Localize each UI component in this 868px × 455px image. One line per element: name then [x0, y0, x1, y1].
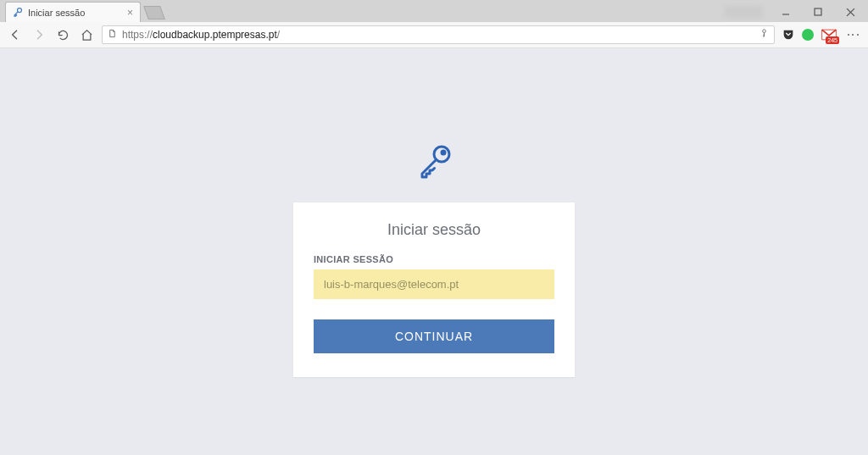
svg-point-5 — [763, 30, 766, 33]
user-label-blurred — [725, 6, 763, 18]
home-button[interactable] — [78, 29, 95, 42]
window-maximize-button[interactable] — [802, 2, 834, 22]
svg-rect-2 — [815, 8, 821, 15]
gmail-icon[interactable]: 245 — [821, 28, 837, 42]
browser-tab[interactable]: Iniciar sessão × — [5, 2, 141, 22]
tab-close-button[interactable]: × — [127, 7, 133, 19]
window-minimize-button[interactable] — [770, 2, 802, 22]
url-path: / — [277, 29, 280, 41]
pocket-icon[interactable] — [782, 28, 795, 42]
login-heading: Iniciar sessão — [314, 221, 554, 239]
browser-menu-button[interactable]: ⋮ — [844, 28, 861, 42]
green-dot-icon[interactable] — [802, 29, 814, 41]
new-tab-button[interactable] — [143, 6, 165, 19]
reload-button[interactable] — [54, 29, 71, 42]
tab-bar: Iniciar sessão × — [0, 0, 868, 22]
extension-icons: 245 ⋮ — [782, 28, 861, 42]
mail-badge: 245 — [826, 36, 839, 44]
browser-chrome: Iniciar sessão × — [0, 0, 868, 48]
login-email-input[interactable] — [314, 269, 554, 299]
secure-key-icon — [760, 27, 769, 42]
key-favicon-icon — [13, 7, 23, 19]
address-bar: https://cloudbackup.ptempresas.pt/ 245 ⋮ — [0, 22, 868, 47]
tab-title: Iniciar sessão — [28, 8, 122, 18]
url-protocol: https:// — [122, 29, 153, 41]
login-field-label: INICIAR SESSÃO — [314, 254, 554, 264]
window-close-button[interactable] — [834, 2, 866, 22]
page-content: Iniciar sessão INICIAR SESSÃO CONTINUAR — [0, 48, 868, 455]
url-text: https://cloudbackup.ptempresas.pt/ — [122, 29, 754, 41]
url-domain: cloudbackup.ptempresas.pt — [153, 29, 277, 41]
login-key-icon — [414, 141, 454, 186]
login-card: Iniciar sessão INICIAR SESSÃO CONTINUAR — [293, 203, 575, 377]
forward-button[interactable] — [31, 28, 47, 42]
continue-button[interactable]: CONTINUAR — [314, 319, 554, 353]
window-controls — [725, 2, 868, 22]
document-icon — [108, 27, 117, 42]
back-button[interactable] — [7, 28, 24, 42]
url-input[interactable]: https://cloudbackup.ptempresas.pt/ — [102, 25, 775, 44]
svg-point-7 — [442, 151, 445, 154]
